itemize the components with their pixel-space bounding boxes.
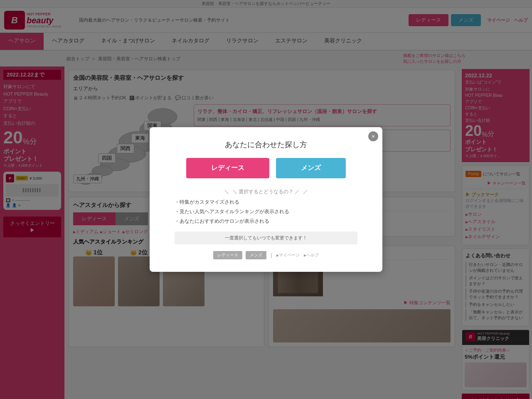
selection-text-content: ＼ 選択するとどうなるの？ ／ <box>232 188 300 195</box>
wave-right: ／ <box>303 188 308 195</box>
wave-left: ＼ <box>224 188 229 195</box>
modal-footer-mens[interactable]: メンズ <box>246 251 266 259</box>
modal-gender-buttons: レディース メンズ <box>162 158 370 178</box>
modal-footer-help[interactable]: ヘルプ <box>304 252 319 258</box>
modal-benefit-3: あなたにおすすめのサロンが表示される <box>175 218 357 225</box>
modal-footer-gender: レディース メンズ <box>213 251 266 259</box>
modal-overlay: × あなたに合わせた探し方 レディース メンズ ＼ ＼ 選択するとどうなるの？ … <box>0 0 532 399</box>
modal-footer-ladies[interactable]: レディース <box>213 251 242 259</box>
divider-sep: | <box>271 252 272 258</box>
modal-footer: レディース メンズ | マイページ ヘルプ <box>162 251 370 259</box>
modal-title: あなたに合わせた探し方 <box>162 140 370 150</box>
modal-benefit-2: 見たい人気ヘアスタイルランキングが表示される <box>175 208 357 215</box>
modal-benefit-1: 特集がカスタマイズされる <box>175 199 357 206</box>
modal-mens-button[interactable]: メンズ <box>276 158 346 178</box>
modal-selection-text: ＼ ＼ 選択するとどうなるの？ ／ ／ <box>162 188 370 195</box>
modal-footer-mypage[interactable]: マイページ <box>276 252 300 258</box>
modal-note: 一度選択してもいつでも変更できます！ <box>175 232 357 244</box>
modal-ladies-button[interactable]: レディース <box>186 158 269 178</box>
modal-benefits: 特集がカスタマイズされる 見たい人気ヘアスタイルランキングが表示される あなたに… <box>162 199 370 225</box>
modal-close-button[interactable]: × <box>368 131 378 141</box>
modal-dialog: × あなたに合わせた探し方 レディース メンズ ＼ ＼ 選択するとどうなるの？ … <box>150 127 382 272</box>
